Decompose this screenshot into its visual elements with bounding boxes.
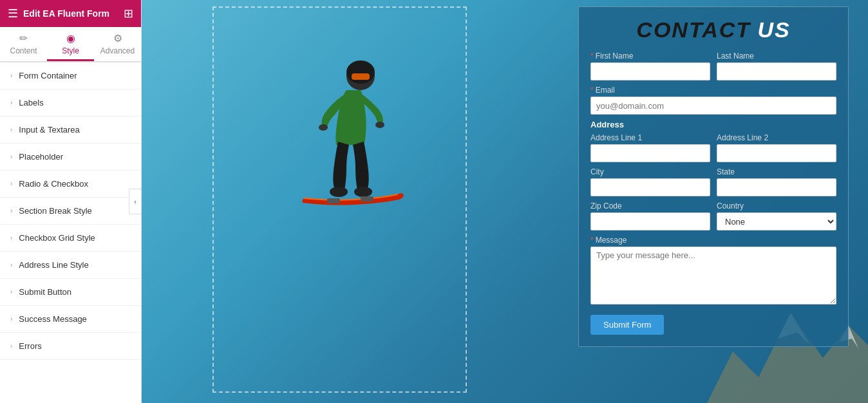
svg-rect-7 bbox=[327, 198, 340, 203]
last-name-col: Last Name bbox=[717, 52, 836, 80]
sidebar-header-left: ☰ Edit EA Fluent Form bbox=[8, 6, 109, 21]
address-line1-label: Address Line 1 bbox=[590, 133, 710, 142]
arrow-icon: › bbox=[10, 288, 12, 295]
address-line1-col: Address Line 1 bbox=[590, 133, 710, 162]
arrow-icon: › bbox=[10, 126, 12, 133]
zip-country-row: Zip Code Country None bbox=[590, 202, 836, 230]
email-label: * Email bbox=[590, 86, 836, 95]
address-line2-label: Address Line 2 bbox=[717, 133, 836, 142]
sidebar-item-placeholder[interactable]: › Placeholder bbox=[0, 144, 141, 171]
svg-point-4 bbox=[375, 122, 384, 128]
city-input[interactable] bbox=[590, 178, 710, 196]
us-word: US bbox=[757, 17, 790, 42]
main-canvas: CONTACT US * First Name Last Name bbox=[142, 0, 868, 403]
arrow-icon: › bbox=[10, 342, 12, 350]
sidebar-menu: › Form Container › Labels › Input & Text… bbox=[0, 62, 141, 403]
zip-label: Zip Code bbox=[590, 202, 710, 211]
arrow-icon: › bbox=[10, 315, 12, 323]
sidebar: ☰ Edit EA Fluent Form ⊞ ✏ Content ◉ Styl… bbox=[0, 0, 142, 403]
message-section: * Message bbox=[590, 236, 836, 307]
sidebar-title: Edit EA Fluent Form bbox=[23, 8, 109, 19]
email-col: * Email bbox=[590, 86, 836, 115]
last-name-label: Last Name bbox=[717, 52, 836, 61]
email-input[interactable] bbox=[590, 97, 836, 115]
required-star: * bbox=[590, 86, 594, 95]
svg-point-3 bbox=[319, 124, 328, 131]
message-label: * Message bbox=[590, 236, 836, 245]
address-line-row: Address Line 1 Address Line 2 bbox=[590, 133, 836, 162]
svg-point-1 bbox=[346, 61, 375, 84]
sidebar-item-section-break-style[interactable]: › Section Break Style bbox=[0, 198, 141, 225]
snowboarder-image bbox=[251, 52, 431, 258]
city-label: City bbox=[590, 167, 710, 176]
city-col: City bbox=[590, 167, 710, 196]
tab-advanced[interactable]: ⚙ Advanced bbox=[94, 27, 141, 61]
zip-input[interactable] bbox=[590, 212, 710, 230]
sidebar-header: ☰ Edit EA Fluent Form ⊞ bbox=[0, 0, 141, 27]
content-icon: ✏ bbox=[19, 32, 28, 44]
hamburger-icon[interactable]: ☰ bbox=[8, 6, 18, 21]
arrow-icon: › bbox=[10, 99, 12, 106]
sidebar-item-labels[interactable]: › Labels bbox=[0, 89, 141, 117]
sidebar-item-success-message[interactable]: › Success Message bbox=[0, 306, 141, 333]
arrow-icon: › bbox=[10, 153, 12, 160]
submit-button[interactable]: Submit Form bbox=[590, 315, 664, 335]
state-input[interactable] bbox=[717, 178, 836, 196]
arrow-icon: › bbox=[10, 261, 12, 268]
style-icon: ◉ bbox=[66, 32, 75, 44]
address-line2-input[interactable] bbox=[717, 144, 836, 162]
zip-col: Zip Code bbox=[590, 202, 710, 230]
sidebar-item-submit-button[interactable]: › Submit Button bbox=[0, 279, 141, 306]
country-select[interactable]: None bbox=[717, 212, 836, 230]
contact-heading: CONTACT US bbox=[590, 17, 836, 42]
first-name-label: * First Name bbox=[590, 52, 710, 61]
address-section: Address Address Line 1 Address Line 2 Ci… bbox=[590, 120, 836, 230]
sidebar-item-address-line-style[interactable]: › Address Line Style bbox=[0, 252, 141, 279]
svg-rect-8 bbox=[361, 196, 373, 202]
required-star: * bbox=[590, 236, 594, 245]
sidebar-tabs: ✏ Content ◉ Style ⚙ Advanced bbox=[0, 27, 141, 62]
sidebar-item-radio-checkbox[interactable]: › Radio & Checkbox bbox=[0, 171, 141, 198]
state-label: State bbox=[717, 167, 836, 176]
city-state-row: City State bbox=[590, 167, 836, 196]
first-name-col: * First Name bbox=[590, 52, 710, 80]
arrow-icon: › bbox=[10, 207, 12, 214]
sidebar-item-errors[interactable]: › Errors bbox=[0, 333, 141, 360]
state-col: State bbox=[717, 167, 836, 196]
sidebar-item-form-container[interactable]: › Form Container bbox=[0, 62, 141, 89]
contact-form-panel: CONTACT US * First Name Last Name bbox=[578, 6, 849, 347]
sidebar-item-input-textarea[interactable]: › Input & Textarea bbox=[0, 117, 141, 144]
message-textarea[interactable] bbox=[590, 247, 836, 305]
collapse-sidebar-button[interactable]: ‹ bbox=[129, 189, 142, 214]
contact-word: CONTACT bbox=[636, 17, 751, 42]
country-col: Country None bbox=[717, 202, 836, 230]
last-name-input[interactable] bbox=[717, 62, 836, 80]
country-label: Country bbox=[717, 202, 836, 211]
address-line2-col: Address Line 2 bbox=[717, 133, 836, 162]
advanced-icon: ⚙ bbox=[113, 32, 122, 44]
arrow-icon: › bbox=[10, 234, 12, 241]
required-star: * bbox=[590, 52, 594, 61]
grid-icon[interactable]: ⊞ bbox=[124, 6, 133, 21]
arrow-icon: › bbox=[10, 72, 12, 79]
svg-point-5 bbox=[330, 187, 348, 197]
address-section-label: Address bbox=[590, 120, 836, 129]
tab-style[interactable]: ◉ Style bbox=[47, 27, 94, 61]
tab-content[interactable]: ✏ Content bbox=[0, 27, 47, 61]
svg-rect-2 bbox=[352, 73, 370, 80]
sidebar-item-checkbox-grid-style[interactable]: › Checkbox Grid Style bbox=[0, 225, 141, 252]
address-line1-input[interactable] bbox=[590, 144, 710, 162]
name-row: * First Name Last Name bbox=[590, 52, 836, 80]
svg-point-6 bbox=[354, 187, 372, 197]
first-name-input[interactable] bbox=[590, 62, 710, 80]
arrow-icon: › bbox=[10, 180, 12, 187]
